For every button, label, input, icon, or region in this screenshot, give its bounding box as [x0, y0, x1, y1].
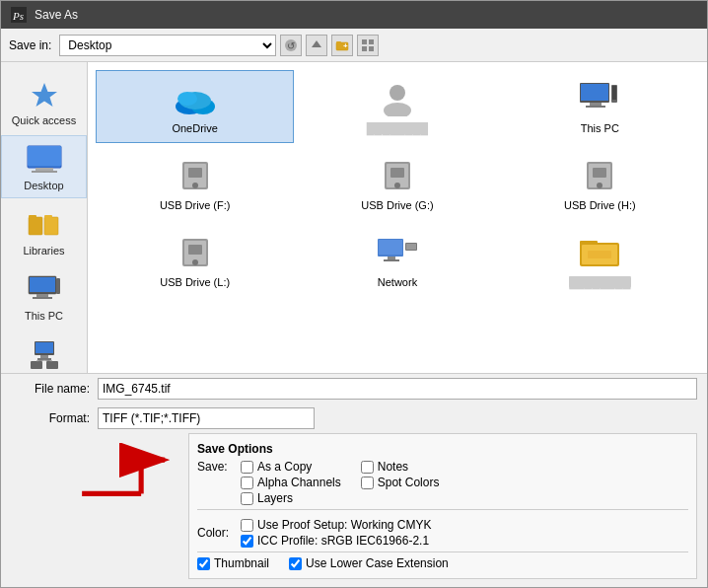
sidebar-item-this-pc[interactable]: This PC — [1, 265, 87, 329]
svg-rect-30 — [31, 361, 42, 369]
svg-point-39 — [384, 103, 411, 116]
network-file-icon — [374, 233, 421, 272]
notes-checkbox[interactable] — [361, 461, 374, 474]
layers-label: Layers — [257, 491, 293, 505]
svg-point-53 — [394, 183, 400, 188]
usb-drive-l-icon — [172, 233, 219, 272]
svg-rect-17 — [29, 217, 42, 235]
desktop-icon — [25, 142, 64, 178]
as-copy-checkbox[interactable] — [241, 461, 253, 474]
sidebar-item-quick-access[interactable]: Quick access — [1, 70, 87, 133]
list-item[interactable]: ████████ — [298, 70, 496, 143]
save-in-dropdown[interactable]: Desktop — [59, 35, 276, 56]
arrow-container — [11, 433, 178, 579]
svg-rect-28 — [40, 355, 48, 358]
icc-profile-checkbox[interactable] — [241, 535, 253, 548]
checkbox-row-as-copy: As a Copy — [241, 460, 341, 474]
red-arrow-icon — [70, 443, 178, 502]
file-label: ████████ — [367, 122, 428, 134]
checkbox-row-notes: Notes — [361, 460, 440, 474]
star-icon — [25, 77, 64, 112]
svg-rect-11 — [369, 46, 374, 51]
checkbox-row-thumbnail: Thumbnail — [197, 556, 269, 570]
svg-rect-63 — [379, 240, 402, 255]
svg-rect-42 — [590, 103, 602, 106]
svg-rect-10 — [362, 46, 367, 51]
alpha-channels-label: Alpha Channels — [257, 476, 341, 489]
svg-rect-60 — [188, 245, 202, 255]
list-item[interactable]: OneDrive — [96, 70, 294, 143]
svg-rect-64 — [388, 257, 395, 259]
svg-line-32 — [36, 360, 44, 361]
layers-checkbox[interactable] — [241, 492, 253, 505]
thumbnail-checkbox[interactable] — [197, 557, 210, 570]
lower-case-checkbox[interactable] — [289, 557, 302, 570]
svg-rect-67 — [406, 244, 416, 250]
create-folder-button[interactable]: + — [331, 35, 353, 56]
alpha-channels-checkbox[interactable] — [241, 477, 253, 489]
checkbox-row-lower-case: Use Lower Case Extension — [289, 556, 449, 570]
icc-profile-label: ICC Profile: sRGB IEC61966-2.1 — [257, 534, 429, 548]
svg-rect-18 — [29, 215, 36, 218]
back-button[interactable]: ↺ — [280, 35, 302, 56]
save-options-title: Save Options — [197, 442, 688, 456]
this-pc-icon — [25, 272, 64, 308]
svg-rect-15 — [35, 168, 53, 171]
list-item[interactable]: USB Drive (G:) — [298, 147, 496, 220]
svg-rect-19 — [44, 217, 58, 235]
sidebar-item-libraries[interactable]: Libraries — [1, 200, 87, 263]
thumbnail-label: Thumbnail — [214, 556, 269, 570]
svg-line-33 — [44, 360, 52, 361]
svg-point-57 — [597, 183, 602, 188]
user-icon — [374, 79, 421, 118]
sidebar-item-desktop[interactable]: Desktop — [1, 135, 87, 198]
list-item[interactable]: ████████ — [501, 224, 699, 297]
list-item[interactable]: USB Drive (F:) — [96, 147, 294, 220]
svg-rect-43 — [586, 106, 605, 108]
sidebar-item-network[interactable]: Network — [1, 331, 87, 373]
svg-rect-56 — [593, 168, 606, 178]
list-item[interactable]: Network — [298, 224, 496, 297]
color-label: Color: — [197, 526, 237, 540]
list-item[interactable]: This PC — [501, 70, 699, 143]
svg-rect-23 — [36, 294, 48, 297]
filename-row: File name: IMG_6745.tif — [1, 374, 707, 404]
sidebar-this-pc-label: This PC — [25, 310, 63, 322]
notes-label: Notes — [378, 460, 408, 474]
dialog-title: Save As — [35, 8, 78, 22]
divider-2 — [197, 551, 688, 552]
file-label: OneDrive — [172, 122, 217, 134]
save-as-dialog: Ps Save As Save in: Desktop ↺ + — [0, 0, 708, 588]
svg-point-37 — [177, 92, 197, 106]
sidebar-quick-access-label: Quick access — [12, 114, 76, 126]
checkbox-row-alpha: Alpha Channels — [241, 476, 341, 489]
color-options: Use Proof Setup: Working CMYK ICC Profil… — [241, 518, 432, 548]
svg-text:Ps: Ps — [12, 10, 24, 22]
file-area: OneDrive ████████ — [88, 62, 707, 373]
format-value[interactable]: TIFF (*.TIF;*.TIFF) — [98, 407, 315, 429]
list-item[interactable]: USB Drive (H:) — [501, 147, 699, 220]
view-options-button[interactable] — [357, 35, 379, 56]
folder-icon — [576, 233, 623, 272]
svg-point-49 — [192, 183, 198, 188]
svg-marker-12 — [32, 83, 57, 107]
svg-rect-22 — [30, 277, 55, 292]
up-button[interactable] — [306, 35, 327, 56]
onedrive-icon — [172, 79, 219, 118]
checkbox-row-icc-profile: ICC Profile: sRGB IEC61966-2.1 — [241, 534, 432, 548]
svg-rect-24 — [33, 297, 52, 299]
list-item[interactable]: USB Drive (L:) — [96, 224, 294, 297]
file-label: ████████ — [569, 276, 630, 288]
usb-drive-g-icon — [374, 156, 421, 195]
svg-rect-8 — [362, 39, 367, 44]
title-bar: Ps Save As — [1, 1, 707, 29]
file-label: USB Drive (G:) — [361, 199, 433, 211]
svg-rect-27 — [35, 342, 53, 353]
spot-colors-checkbox[interactable] — [361, 477, 374, 489]
file-label: USB Drive (F:) — [160, 199, 231, 211]
filename-input[interactable]: IMG_6745.tif — [98, 378, 697, 400]
svg-rect-25 — [56, 278, 60, 294]
file-label: This PC — [581, 122, 619, 134]
use-proof-setup-checkbox[interactable] — [241, 519, 253, 532]
checkboxes-container: As a Copy Alpha Channels Layers — [241, 460, 439, 505]
